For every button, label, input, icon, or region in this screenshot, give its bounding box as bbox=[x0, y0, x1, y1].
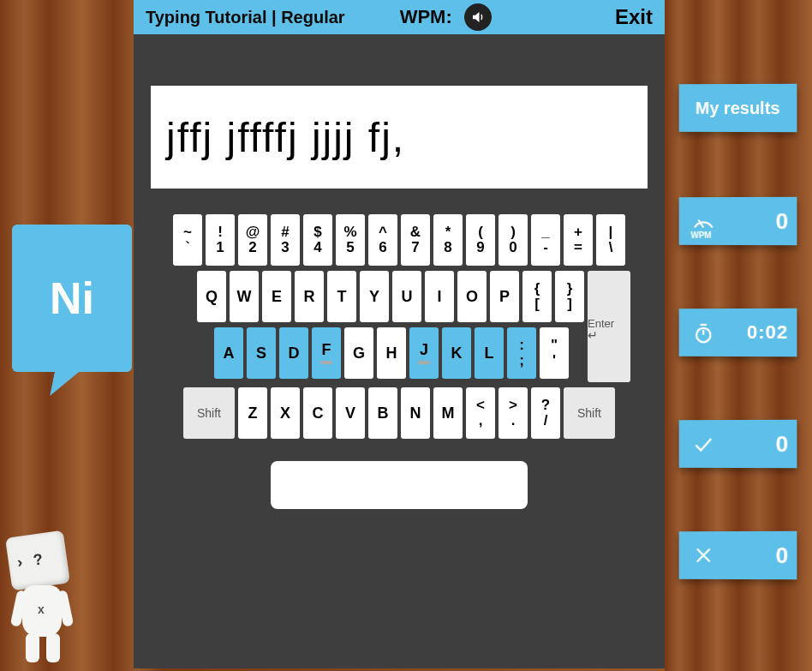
key-i[interactable]: I bbox=[425, 271, 454, 322]
key-y[interactable]: Y bbox=[360, 271, 389, 322]
key-/[interactable]: ?/ bbox=[531, 387, 560, 439]
key-b[interactable]: B bbox=[368, 387, 397, 439]
key-[[interactable]: {[ bbox=[522, 271, 552, 322]
app-title: Typing Tutorial | Regular bbox=[146, 8, 345, 27]
key-3[interactable]: #3 bbox=[271, 214, 300, 266]
key-d[interactable]: D bbox=[279, 327, 308, 379]
key-0[interactable]: )0 bbox=[499, 214, 528, 266]
key-s[interactable]: S bbox=[247, 327, 276, 379]
key-5[interactable]: %5 bbox=[336, 214, 365, 266]
check-icon bbox=[690, 431, 716, 457]
key-9[interactable]: (9 bbox=[466, 214, 495, 266]
key-space[interactable] bbox=[271, 461, 528, 509]
key-g[interactable]: G bbox=[344, 327, 373, 379]
key-f[interactable]: F bbox=[312, 327, 341, 379]
main-panel: jffj jffffj jjjj fj, ~`!1@2#3$4%5^6&7*8(… bbox=[134, 34, 665, 668]
key--[interactable]: _- bbox=[531, 214, 560, 266]
key-enter[interactable]: Enter ↵ bbox=[588, 271, 630, 382]
wpm-label: WPM: bbox=[400, 6, 452, 28]
key-z[interactable]: Z bbox=[238, 387, 267, 439]
key-q[interactable]: Q bbox=[197, 271, 226, 322]
wpm-stat: 0 WPM bbox=[679, 197, 797, 245]
key-o[interactable]: O bbox=[457, 271, 487, 322]
key-6[interactable]: ^6 bbox=[368, 214, 397, 266]
key-7[interactable]: &7 bbox=[401, 214, 430, 266]
key-=[interactable]: += bbox=[564, 214, 593, 266]
key-][interactable]: }] bbox=[555, 271, 584, 322]
key-shift-left[interactable]: Shift bbox=[183, 387, 235, 439]
key-l[interactable]: L bbox=[475, 327, 504, 379]
key-k[interactable]: K bbox=[442, 327, 471, 379]
key-2[interactable]: @2 bbox=[238, 214, 267, 266]
key-x[interactable]: X bbox=[271, 387, 300, 439]
results-sidebar: My results 0 WPM 0:02 0 0 bbox=[665, 0, 812, 671]
key-a[interactable]: A bbox=[214, 327, 243, 379]
mascot-character: › ? bbox=[0, 500, 103, 671]
key-n[interactable]: N bbox=[401, 387, 430, 439]
key-t[interactable]: T bbox=[327, 271, 356, 322]
x-icon bbox=[690, 542, 716, 568]
key-c[interactable]: C bbox=[303, 387, 332, 439]
key-w[interactable]: W bbox=[230, 271, 259, 322]
key-m[interactable]: M bbox=[433, 387, 463, 439]
key-`[interactable]: ~` bbox=[173, 214, 202, 266]
key-shift-right[interactable]: Shift bbox=[564, 387, 615, 439]
virtual-keyboard: ~`!1@2#3$4%5^6&7*8(9)0_-+=|\ QWERTYUIOP{… bbox=[134, 214, 665, 509]
key-j[interactable]: J bbox=[409, 327, 439, 379]
my-results-button[interactable]: My results bbox=[679, 84, 797, 132]
key-4[interactable]: $4 bbox=[303, 214, 332, 266]
typing-prompt: jffj jffffj jjjj fj, bbox=[151, 86, 648, 189]
key-p[interactable]: P bbox=[490, 271, 519, 322]
key-8[interactable]: *8 bbox=[433, 214, 463, 266]
key-;[interactable]: :; bbox=[507, 327, 536, 379]
key-,[interactable]: <, bbox=[466, 387, 495, 439]
exit-button[interactable]: Exit bbox=[615, 5, 653, 29]
key-e[interactable]: E bbox=[262, 271, 291, 322]
header-bar: Typing Tutorial | Regular WPM: Exit bbox=[134, 0, 665, 34]
sound-icon[interactable] bbox=[464, 3, 492, 31]
time-stat: 0:02 bbox=[679, 309, 797, 356]
key-1[interactable]: !1 bbox=[206, 214, 235, 266]
wrong-stat: 0 bbox=[679, 531, 797, 579]
key-u[interactable]: U bbox=[392, 271, 421, 322]
key-'[interactable]: "' bbox=[540, 327, 569, 379]
key-.[interactable]: >. bbox=[499, 387, 528, 439]
mascot-speech-text: Ni bbox=[50, 273, 94, 324]
key-\[interactable]: |\ bbox=[596, 214, 625, 266]
correct-stat: 0 bbox=[679, 420, 797, 468]
mascot-speech-bubble: Ni bbox=[12, 225, 132, 372]
key-v[interactable]: V bbox=[336, 387, 365, 439]
key-h[interactable]: H bbox=[377, 327, 406, 379]
stopwatch-icon bbox=[690, 320, 716, 345]
key-r[interactable]: R bbox=[295, 271, 324, 322]
